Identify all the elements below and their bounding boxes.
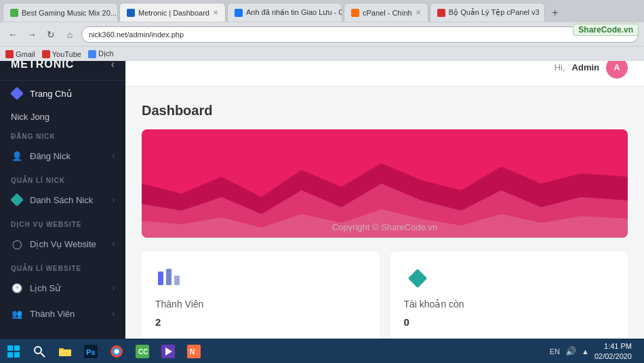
svg-line-17 <box>41 353 45 357</box>
dich-vu-website-label: Dịch Vụ Website <box>30 239 96 249</box>
lich-su-label: Lịch Sử <box>30 283 60 293</box>
svg-rect-12 <box>7 345 13 351</box>
home-button[interactable]: ⌂ <box>62 27 77 42</box>
tab-cpanel[interactable]: cPanel - Chính ✕ <box>344 3 428 22</box>
search-taskbar-icon <box>33 345 46 358</box>
svg-rect-18 <box>59 349 71 356</box>
tab-close-2[interactable]: ✕ <box>213 9 218 16</box>
danh-sach-nick-chevron: › <box>113 196 115 204</box>
tab-label-5: Bộ Quản Lý Tệp cPanel v3 <box>449 8 540 17</box>
taskbar-app-6[interactable] <box>156 342 180 361</box>
bookmark-youtube-label: YouTube <box>52 50 81 58</box>
svg-rect-13 <box>14 345 20 351</box>
svg-rect-4 <box>158 272 163 285</box>
tab-favicon-2 <box>127 9 135 17</box>
sharecode-logo-text: ShareCode.vn <box>573 24 639 36</box>
tab-gaming-music[interactable]: Best Gaming Music Mix 20... ✕ <box>3 3 118 22</box>
nick-jong-text: Nick Jong <box>0 106 125 125</box>
service-icon: ◯ <box>11 238 23 250</box>
dang-nick-chevron: › <box>113 152 115 160</box>
taskbar-apps: Ps CC N <box>27 342 206 361</box>
tab-label-2: Metronic | Dashboard <box>138 9 209 17</box>
tab-facebook[interactable]: Anh đã nhấn tin Giao Lưu - Co... ✕ <box>227 3 342 22</box>
sharecode-logo-badge: ShareCode.vn <box>573 23 639 35</box>
new-tab-button[interactable]: + <box>546 4 564 22</box>
bookmark-dich[interactable]: Dịch <box>88 49 114 58</box>
taskbar-app-1[interactable] <box>27 342 52 361</box>
chart-container: Copyright © ShareCode.vn <box>142 129 628 238</box>
svg-rect-15 <box>14 352 20 358</box>
taskbar-volume-icon[interactable]: 🔊 <box>565 346 576 356</box>
back-button[interactable]: ← <box>5 27 20 42</box>
svg-text:N: N <box>190 348 195 356</box>
sidebar-item-lich-su[interactable]: 🕐 Lịch Sử › <box>0 275 125 301</box>
tab-favicon-1 <box>10 9 18 17</box>
taskbar-right: EN 🔊 ▲ 1:41 PM 02/02/2020 <box>550 341 641 361</box>
tai-khoan-card-value: 0 <box>404 316 615 328</box>
bookmark-gmail[interactable]: Gmail <box>5 50 35 58</box>
svg-rect-6 <box>174 276 180 285</box>
section-dang-nick: ĐĂNG NICK <box>0 125 125 143</box>
address-bar[interactable] <box>81 26 639 43</box>
card-thanh-vien: Thành Viên 2 <box>142 251 380 339</box>
cards-grid: Thành Viên 2 Tài khoản còn 0 <box>142 251 628 339</box>
sidebar-item-dich-vu-website[interactable]: ◯ Dịch Vụ Website › <box>0 231 125 257</box>
tab-favicon-3 <box>235 9 243 17</box>
history-icon: 🕐 <box>11 282 23 294</box>
youtube-icon <box>42 50 50 58</box>
taskbar-app-3[interactable]: Ps <box>79 342 103 361</box>
lich-su-chevron: › <box>113 284 115 292</box>
section-quan-li-website: QUẢN LÍ WEBSITE <box>0 257 125 275</box>
area-chart <box>142 129 628 238</box>
danh-sach-nick-label: Danh Sách Nick <box>30 195 93 205</box>
ccleaner-icon: CC <box>135 344 150 359</box>
reload-button[interactable]: ↻ <box>43 27 58 42</box>
svg-rect-7 <box>407 269 426 288</box>
tab-metronic[interactable]: Metronic | Dashboard ✕ <box>119 3 226 22</box>
taskbar-app-5[interactable]: CC <box>130 342 155 361</box>
start-button[interactable] <box>3 342 24 361</box>
sidebar-item-dang-nick[interactable]: 👤 Đăng Nick › <box>0 143 125 169</box>
tab-close-4[interactable]: ✕ <box>416 9 421 16</box>
diamond-teal-icon <box>405 266 430 291</box>
media-icon <box>161 344 176 359</box>
forward-button[interactable]: → <box>24 27 39 42</box>
bookmark-dich-label: Dịch <box>98 49 114 58</box>
taskbar-time-display: 1:41 PM <box>595 341 632 351</box>
thanh-vien-icon-wrap <box>155 265 182 292</box>
diamond-home-icon <box>11 87 23 100</box>
sidebar-item-thanh-vien[interactable]: 👥 Thành Viên › <box>0 301 125 326</box>
taskbar: Ps CC N <box>0 339 644 363</box>
taskbar-clock: 1:41 PM 02/02/2020 <box>595 341 632 361</box>
tab-favicon-5 <box>437 9 445 17</box>
taskbar-app-4[interactable] <box>104 342 129 361</box>
card-tai-khoan-con: Tài khoản còn 0 <box>390 251 628 339</box>
sidebar: METRONIC ‹ Trang Chủ Nick Jong ĐĂNG NICK… <box>0 49 125 339</box>
content-area: Dashboard Copyright © ShareCode.vn <box>125 87 644 339</box>
bookmark-youtube[interactable]: YouTube <box>42 50 81 58</box>
chrome-icon <box>109 344 124 359</box>
taskbar-app-2[interactable] <box>53 342 77 361</box>
taskbar-lang: EN <box>550 347 560 356</box>
admin-name: Admin <box>572 62 599 72</box>
sidebar-item-danh-sach-nick[interactable]: Danh Sách Nick › <box>0 187 125 213</box>
tab-label-3: Anh đã nhấn tin Giao Lưu - Co... <box>246 8 342 17</box>
tab-label-1: Best Gaming Music Mix 20... <box>22 9 117 17</box>
svg-text:CC: CC <box>138 348 148 356</box>
taskbar-app-7[interactable]: N <box>182 342 206 361</box>
thanh-vien-chevron: › <box>113 310 115 318</box>
person-icon: 👤 <box>11 150 23 162</box>
svg-text:Ps: Ps <box>86 348 95 356</box>
dich-icon <box>88 50 96 58</box>
gmail-icon <box>5 50 14 58</box>
members-icon: 👥 <box>11 307 23 320</box>
svg-rect-14 <box>7 352 13 358</box>
thanh-vien-sidebar-label: Thành Viên <box>30 309 75 319</box>
main-content: Hi, Admin A Dashboard <box>125 49 644 339</box>
sidebar-item-trang-chu[interactable]: Trang Chủ <box>0 81 125 106</box>
tab-file-manager[interactable]: Bộ Quản Lý Tệp cPanel v3 ✕ <box>430 3 545 22</box>
bars-icon <box>157 266 181 291</box>
section-dich-vu-website: DỊCH VỤ WEBSITE <box>0 213 125 231</box>
tab-close-5[interactable]: ✕ <box>543 9 545 16</box>
page-title: Dashboard <box>142 103 628 119</box>
